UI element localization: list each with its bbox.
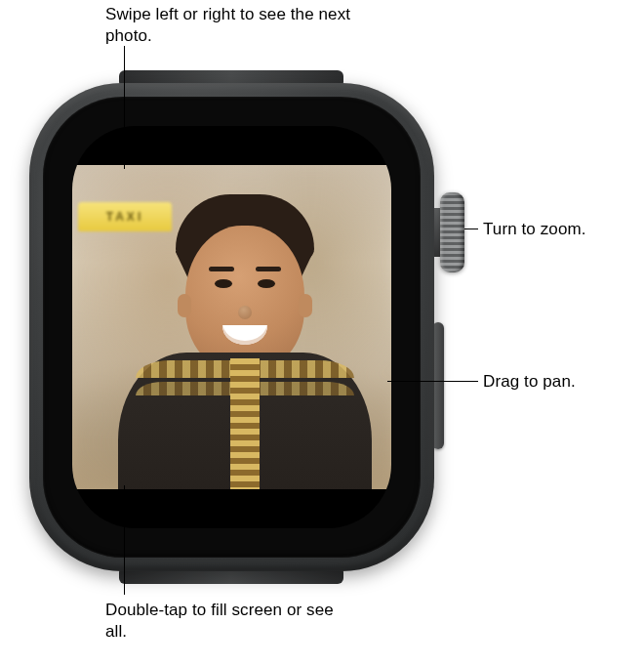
digital-crown[interactable] — [440, 192, 464, 272]
callout-doubletap: Double-tap to fill screen or see all. — [105, 600, 359, 644]
photo-viewer[interactable]: TAXI — [72, 165, 391, 489]
watch-screen[interactable]: TAXI — [72, 126, 391, 528]
photo-subject — [118, 216, 372, 489]
leader-doubletap — [124, 485, 125, 595]
leader-swipe — [124, 46, 125, 169]
leader-pan — [387, 381, 478, 382]
watch-photos-diagram: TAXI — [0, 0, 644, 665]
watch-bezel: TAXI — [43, 97, 421, 558]
watch-case: TAXI — [29, 83, 434, 571]
leader-crown — [464, 229, 478, 229]
callout-swipe: Swipe left or right to see the next phot… — [105, 4, 359, 48]
callout-crown: Turn to zoom. — [483, 219, 639, 240]
callout-pan: Drag to pan. — [483, 371, 639, 393]
